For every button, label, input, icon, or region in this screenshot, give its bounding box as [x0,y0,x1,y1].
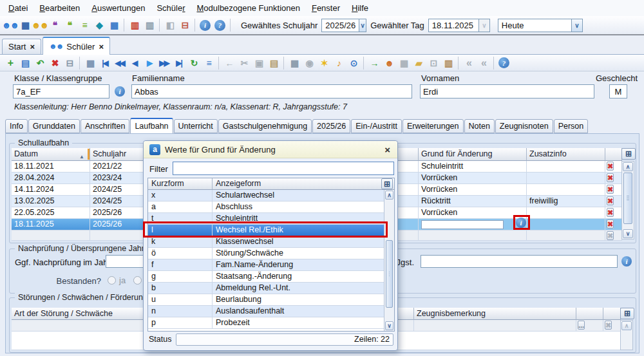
list-item[interactable]: gStaatsang.-Änderung [148,271,384,283]
column-config-button[interactable]: ⊞ [621,148,636,160]
scroll-down-icon[interactable]: ∨ [385,321,393,330]
copy-icon[interactable]: ▣ [251,56,266,70]
list-item-selected[interactable]: lWechsel Rel./Ethik [148,225,384,236]
tb-import-icon[interactable]: ▦ [396,56,411,70]
scroll-up-icon[interactable]: ∧ [385,191,393,200]
nav-prev-icon[interactable]: ◀ [127,56,142,70]
tab-gastschulgenehmigung[interactable]: Gastschulgenehmigung [218,119,312,133]
tab-start[interactable]: Start × [2,39,41,54]
delete-row-button[interactable]: ✖ [607,220,614,229]
list-item[interactable]: nAuslandsaufenthalt [148,306,384,317]
day-select[interactable]: 18.11.2025 ∨ [428,19,490,32]
tab-anschriften[interactable]: Anschriften [80,119,130,133]
new-record-icon[interactable]: + [3,56,17,70]
teachers-icon[interactable]: ☻☻ [32,18,47,32]
list-item[interactable]: tSchuleintritt [148,213,384,225]
list-item[interactable]: aAbschluss [148,201,384,213]
day-mode-select[interactable]: Heute ∨ [498,19,583,32]
undo-icon[interactable]: ↶ [32,56,47,70]
chevron-down-icon[interactable]: ∨ [571,19,582,32]
nav-prev-page-icon[interactable]: ◀◀ [112,56,127,70]
help-icon[interactable]: ? [498,57,509,68]
nav-last-icon[interactable]: ▶| [171,56,186,70]
chevron-down-icon[interactable]: ∨ [359,19,366,32]
scrollbar-thumb[interactable] [623,173,632,224]
list-item[interactable]: öStörung/Schwäche [148,248,384,259]
delete-row-button[interactable]: ✖ [607,162,614,171]
tab-unterricht[interactable]: Unterricht [174,119,218,133]
col-header-zeugnisbemerkung[interactable]: Zeugnisbemerkung [414,308,576,320]
delete-row-button[interactable]: ✖ [607,185,614,194]
close-icon[interactable]: × [99,42,104,52]
menu-fenster[interactable]: Fenster [306,1,346,15]
dialog-titlebar[interactable]: a Werte für Grund für Änderung × [144,141,397,158]
nav-next-icon[interactable]: ▶ [142,56,156,70]
list-item[interactable]: pProbezeit [148,317,384,329]
tab-noten[interactable]: Noten [464,119,495,133]
radio-ja[interactable]: ja [108,276,126,285]
cut-icon[interactable]: ✂ [236,56,251,70]
copy-record-icon[interactable]: ▦ [82,56,97,70]
book-select-icon[interactable]: ▥ [127,18,142,32]
school-year-select[interactable]: 2025/26 ∨ [321,19,366,32]
media-icon[interactable]: ◉ [301,56,316,70]
list-item[interactable]: kKlassenwechsel [148,236,384,248]
jump-back-icon[interactable]: « [461,56,476,70]
col-header-zusatzinfo[interactable]: Zusatzinfo [527,148,605,161]
menu-auswertungen[interactable]: Auswertungen [86,1,151,15]
tab-person[interactable]: Person [554,119,589,133]
tab-erweiterungen[interactable]: Erweiterungen [402,119,464,133]
familienname-input[interactable] [131,84,412,98]
column-config-button[interactable]: ⊞ [620,308,634,319]
tab-grunddaten[interactable]: Grunddaten [28,119,80,133]
school-icon[interactable]: ▦ [17,18,32,32]
delete-row-button[interactable]: ✖ [607,173,614,182]
menu-datei[interactable]: Datei [3,1,33,15]
nav-first-icon[interactable]: |◀ [97,56,112,70]
tab-schueler[interactable]: ☻☻ Schüler × [43,37,110,55]
graduation-icon[interactable]: ◆ [91,18,106,32]
export-icon[interactable]: → [366,56,381,70]
table-scrollbar[interactable]: ∧ [620,320,633,350]
filter-input[interactable] [173,162,394,175]
folder-export-icon[interactable]: ▰ [411,56,426,70]
paste-icon[interactable]: ▤ [266,56,281,70]
scroll-up-icon[interactable]: ∧ [623,162,633,171]
help-icon[interactable]: ? [214,20,225,31]
screen-icon[interactable]: ⊡ [426,56,440,70]
grund-info-icon[interactable]: i [516,218,526,228]
klasse-input[interactable] [13,84,109,98]
info-icon[interactable]: i [115,86,125,97]
tab-info[interactable]: Info [5,119,28,133]
delete-row-button[interactable]: ✖ [607,208,614,217]
col-header-kurzform[interactable]: Kurzform [148,178,213,189]
book-print-icon[interactable]: ▥ [142,18,156,32]
close-icon[interactable]: × [383,144,392,155]
list-item[interactable]: bAbmeldung Rel.-Unt. [148,283,384,294]
scroll-down-icon[interactable]: ∨ [623,229,633,238]
table-scrollbar[interactable]: ∧ ∨ [621,161,634,239]
info-icon[interactable]: i [200,20,211,31]
col-header-grund[interactable]: Grund für Änderung [419,148,527,161]
jgst-input[interactable] [421,255,618,268]
scroll-up-icon[interactable]: ∧ [621,321,632,330]
geschlecht-input[interactable] [609,84,627,98]
window-remove-icon[interactable]: ⊟ [62,56,77,70]
menu-modulbezogene-funktionen[interactable]: Modulbezogene Funktionen [191,1,305,15]
close-icon[interactable]: × [30,42,35,52]
grund-cell-editing[interactable] [419,219,527,230]
report-icon[interactable]: ≡ [77,18,91,32]
students-icon[interactable]: ☻☻ [3,18,17,32]
tab-ein-austritt[interactable]: Ein-/Austritt [351,119,402,133]
list-item[interactable]: uBeurlaubung [148,294,384,306]
list-item[interactable]: xSchulartwechsel [148,190,384,201]
print-icon[interactable]: ▦ [287,56,301,70]
table-icon[interactable]: ▦ [106,18,121,32]
column-config-button[interactable]: ⊞ [381,178,393,189]
back-icon[interactable]: ← [222,56,236,70]
contact-card-icon[interactable]: ▥ [440,56,455,70]
delete-row-button[interactable]: ✖ [607,196,614,205]
modules-icon[interactable]: ◧ [162,18,177,32]
save-icon[interactable]: ▤ [17,56,32,70]
tab-schuljahr[interactable]: 2025/26 [312,119,350,133]
